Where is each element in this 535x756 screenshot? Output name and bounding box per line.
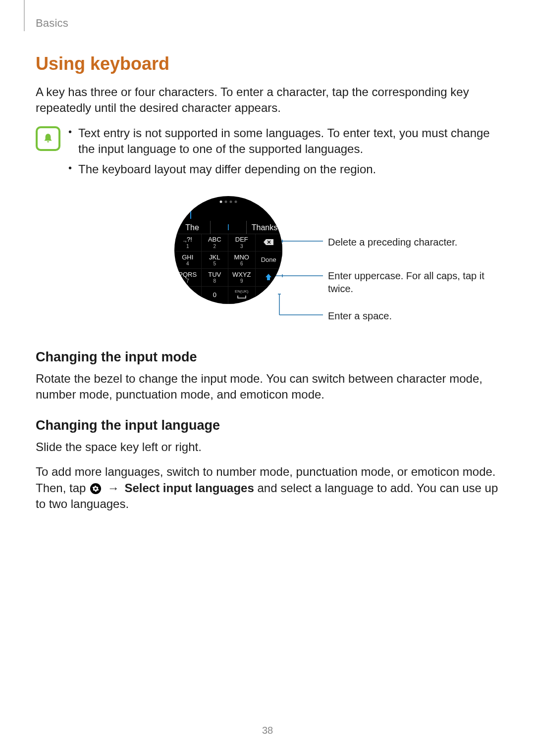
header-rule — [24, 0, 25, 31]
callout-delete: Delete a preceding character. — [328, 236, 457, 249]
key-label: Done — [256, 256, 282, 263]
keyboard-figure: The I Thanks .,?!1 ABC2 DEF3 GHI4 — [174, 196, 521, 335]
key-sublabel: 1 — [174, 244, 201, 249]
key-2[interactable]: ABC2 — [202, 234, 229, 252]
key-sublabel: 6 — [228, 261, 255, 266]
key-label: JKL — [202, 254, 228, 261]
key-label: WXYZ — [228, 271, 255, 278]
key-sublabel: 8 — [202, 278, 228, 284]
note-block: Text entry is not supported in some lang… — [36, 125, 499, 181]
pager-dot — [230, 201, 232, 203]
key-label: 0 — [202, 292, 228, 299]
pager-dots — [220, 201, 237, 203]
gear-icon — [90, 483, 101, 494]
arrow-icon: → — [107, 480, 119, 496]
pager-dot — [225, 201, 227, 203]
pager-dot — [235, 201, 237, 203]
key-label: EN(UK) — [228, 290, 255, 294]
bold-label: Select input languages — [124, 481, 254, 495]
key-3[interactable]: DEF3 — [228, 234, 256, 252]
key-4[interactable]: GHI4 — [174, 252, 202, 269]
key-label: DEF — [228, 236, 255, 243]
page-number: 38 — [0, 725, 535, 736]
key-done[interactable]: Done — [256, 252, 283, 269]
text-run: and select a language to add. You can us… — [36, 481, 498, 510]
key-label: .,?! — [174, 236, 201, 243]
backspace-icon — [256, 239, 282, 247]
page-title: Using keyboard — [36, 53, 499, 74]
key-8[interactable]: TUV8 — [202, 269, 229, 286]
subheading-input-language: Changing the input language — [36, 418, 499, 433]
bell-icon — [36, 126, 60, 151]
paragraph-add-languages: To add more languages, switch to number … — [36, 464, 499, 512]
suggestion-row: The I Thanks — [174, 221, 282, 234]
intro-paragraph: A key has three or four characters. To e… — [36, 84, 499, 116]
callout-space: Enter a space. — [328, 309, 392, 322]
key-label: ABC — [202, 236, 228, 243]
suggestion-center[interactable]: I — [210, 221, 247, 234]
key-label: MNO — [228, 254, 255, 261]
key-backspace[interactable] — [256, 234, 283, 252]
watch-keyboard: The I Thanks .,?!1 ABC2 DEF3 GHI4 — [174, 196, 282, 304]
callout-uppercase: Enter uppercase. For all caps, tap it tw… — [328, 269, 506, 295]
note-item: The keyboard layout may differ depending… — [66, 161, 499, 177]
note-item: Text entry is not supported in some lang… — [66, 125, 499, 157]
key-1[interactable]: .,?!1 — [174, 234, 202, 252]
key-sublabel: 2 — [202, 244, 228, 249]
content-area: Using keyboard A key has three or four c… — [36, 53, 499, 521]
key-label: GHI — [174, 254, 201, 261]
key-sublabel: 9 — [228, 278, 255, 284]
key-5[interactable]: JKL5 — [202, 252, 229, 269]
note-list: Text entry is not supported in some lang… — [66, 125, 499, 181]
key-6[interactable]: MNO6 — [228, 252, 256, 269]
key-sublabel: 5 — [202, 261, 228, 266]
key-label: TUV — [202, 271, 228, 278]
subheading-input-mode: Changing the input mode — [36, 350, 499, 365]
key-sublabel: 4 — [174, 261, 201, 266]
pager-dot — [220, 201, 222, 203]
paragraph-input-mode: Rotate the bezel to change the input mod… — [36, 371, 499, 403]
section-label: Basics — [36, 17, 68, 30]
key-9[interactable]: WXYZ9 — [228, 269, 256, 286]
paragraph-slide-space: Slide the space key left or right. — [36, 439, 499, 455]
key-sublabel: 3 — [228, 244, 255, 249]
